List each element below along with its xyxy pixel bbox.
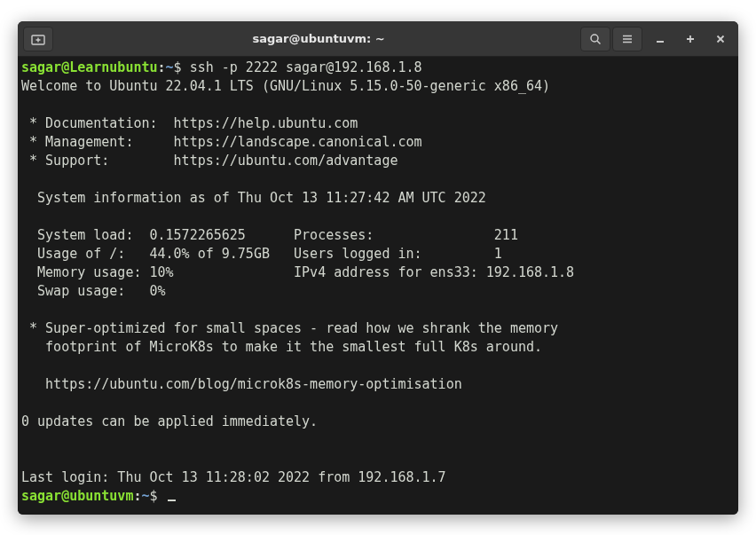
minimize-icon — [655, 34, 665, 44]
new-tab-icon — [31, 33, 45, 45]
maximize-button[interactable] — [678, 27, 703, 51]
motd-sysinfo-row: Swap usage: 0% — [21, 283, 166, 299]
terminal-window: sagar@ubuntuvm: ~ — [18, 21, 738, 515]
motd-documentation: * Documentation: https://help.ubuntu.com — [21, 115, 358, 131]
motd-updates: 0 updates can be applied immediately. — [21, 413, 318, 429]
prompt-user-host: sagar@ubuntuvm — [21, 488, 133, 504]
prompt-colon: : — [158, 59, 166, 75]
motd-support: * Support: https://ubuntu.com/advantage — [21, 153, 398, 169]
terminal-body[interactable]: sagar@Learnubuntu:~$ ssh -p 2222 sagar@1… — [18, 57, 738, 515]
motd-microk8s: * Super-optimized for small spaces - rea… — [21, 320, 558, 336]
minimize-button[interactable] — [648, 27, 673, 51]
motd-microk8s: footprint of MicroK8s to make it the sma… — [21, 339, 542, 355]
menu-button[interactable] — [612, 27, 642, 51]
motd-sysinfo-row: Usage of /: 44.0% of 9.75GB Users logged… — [21, 246, 502, 262]
motd-last-login: Last login: Thu Oct 13 11:28:02 2022 fro… — [21, 469, 446, 485]
close-icon — [715, 34, 726, 44]
motd-welcome: Welcome to Ubuntu 22.04.1 LTS (GNU/Linux… — [21, 78, 550, 94]
motd-management: * Management: https://landscape.canonica… — [21, 134, 422, 150]
prompt-dollar: $ — [174, 59, 190, 75]
hamburger-icon — [621, 33, 634, 45]
motd-microk8s-url: https://ubuntu.com/blog/microk8s-memory-… — [21, 376, 462, 392]
new-tab-button[interactable] — [23, 27, 53, 51]
close-button[interactable] — [708, 27, 733, 51]
titlebar: sagar@ubuntuvm: ~ — [18, 21, 738, 57]
titlebar-right — [580, 27, 733, 51]
cursor — [168, 500, 176, 501]
svg-point-3 — [591, 35, 598, 42]
titlebar-left — [23, 27, 57, 51]
svg-line-4 — [597, 41, 601, 44]
search-button[interactable] — [580, 27, 610, 51]
motd-sysinfo-row: System load: 0.1572265625 Processes: 211 — [21, 227, 518, 243]
prompt-path: ~ — [166, 59, 174, 75]
motd-sysinfo-row: Memory usage: 10% IPv4 address for ens33… — [21, 264, 574, 280]
command-text: ssh -p 2222 sagar@192.168.1.8 — [190, 59, 422, 75]
prompt-path: ~ — [141, 488, 149, 504]
search-icon — [589, 33, 602, 45]
prompt-dollar: $ — [150, 488, 166, 504]
maximize-icon — [685, 34, 696, 44]
window-title: sagar@ubuntuvm: ~ — [57, 32, 580, 45]
prompt-user-host: sagar@Learnubuntu — [21, 59, 158, 75]
motd-sysinfo-header: System information as of Thu Oct 13 11:2… — [21, 190, 486, 206]
